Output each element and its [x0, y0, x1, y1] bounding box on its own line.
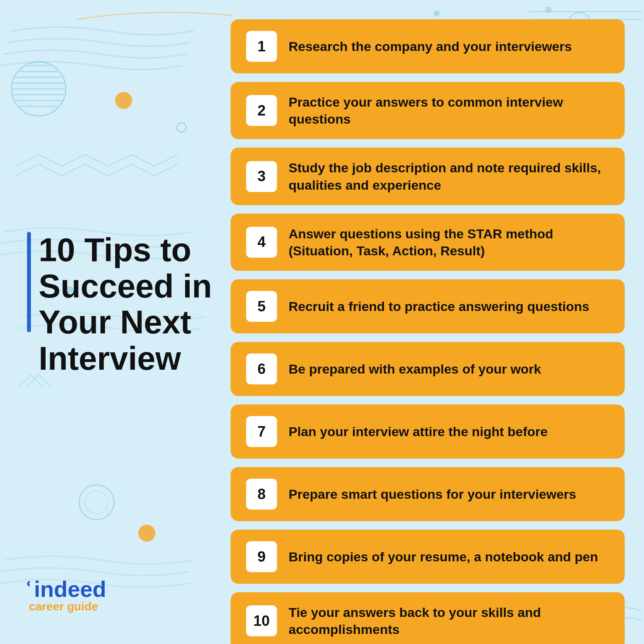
- tip-card: 1Research the company and your interview…: [231, 19, 625, 73]
- indeed-arc-icon: [26, 580, 34, 588]
- tip-description: Be prepared with examples of your work: [289, 360, 541, 377]
- tip-card: 3Study the job description and note requ…: [231, 148, 625, 205]
- tip-description: Answer questions using the STAR method (…: [289, 225, 609, 259]
- page-title: 10 Tips to Succeed in Your Next Intervie…: [39, 232, 212, 376]
- tip-description: Plan your interview attire the night bef…: [289, 423, 548, 440]
- tip-card: 4Answer questions using the STAR method …: [231, 214, 625, 271]
- career-guide-label: career guide: [29, 600, 98, 613]
- tip-number: 2: [246, 95, 277, 126]
- svg-point-5: [433, 10, 440, 17]
- indeed-text: indeed: [34, 576, 106, 602]
- tip-card: 2Practice your answers to common intervi…: [231, 82, 625, 139]
- indeed-brand-name: indeed: [27, 576, 106, 602]
- tip-description: Practice your answers to common intervie…: [289, 93, 609, 127]
- title-border: 10 Tips to Succeed in Your Next Intervie…: [27, 232, 212, 376]
- indeed-logo: indeed career guide: [27, 576, 212, 613]
- tip-number: 10: [246, 605, 277, 636]
- tip-card: 10Tie your answers back to your skills a…: [231, 592, 625, 644]
- blue-accent-bar: [27, 232, 31, 332]
- tip-number: 5: [246, 291, 277, 322]
- tip-number: 4: [246, 227, 277, 258]
- tip-description: Tie your answers back to your skills and…: [289, 604, 609, 638]
- tip-card: 6Be prepared with examples of your work: [231, 342, 625, 396]
- tip-description: Research the company and your interviewe…: [289, 38, 572, 55]
- tip-number: 3: [246, 161, 277, 192]
- tip-number: 8: [246, 479, 277, 510]
- tip-card: 9Bring copies of your resume, a notebook…: [231, 530, 625, 584]
- tip-description: Bring copies of your resume, a notebook …: [289, 548, 598, 565]
- tip-number: 6: [246, 353, 277, 384]
- left-panel: 10 Tips to Succeed in Your Next Intervie…: [0, 0, 236, 644]
- tip-description: Prepare smart questions for your intervi…: [289, 486, 576, 503]
- tip-number: 1: [246, 31, 277, 62]
- tip-card: 5Recruit a friend to practice answering …: [231, 279, 625, 333]
- tip-card: 7Plan your interview attire the night be…: [231, 404, 625, 459]
- tip-description: Study the job description and note requi…: [289, 159, 609, 193]
- tips-list: 1Research the company and your interview…: [231, 19, 625, 644]
- svg-point-23: [545, 7, 552, 13]
- tip-number: 9: [246, 541, 277, 572]
- tip-card: 8Prepare smart questions for your interv…: [231, 467, 625, 521]
- title-block: 10 Tips to Succeed in Your Next Intervie…: [27, 0, 212, 376]
- tip-number: 7: [246, 416, 277, 447]
- tip-description: Recruit a friend to practice answering q…: [289, 298, 589, 315]
